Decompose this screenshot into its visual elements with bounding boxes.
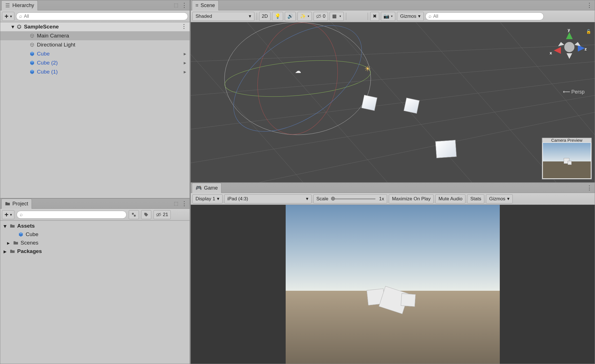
- hierarchy-item-label: Cube: [37, 51, 50, 57]
- game-tabbar: 🎮 Game ⋮: [191, 183, 595, 193]
- panel-menu-icon[interactable]: ⋮: [181, 2, 187, 9]
- audio-toggle[interactable]: 🔊: [285, 12, 296, 21]
- hierarchy-tabbar: Hierarchy ⬚ ⋮: [0, 0, 190, 10]
- aspect-label: iPad (4:3): [227, 196, 248, 202]
- lighting-toggle[interactable]: 💡: [272, 12, 283, 21]
- gameobject-icon: [30, 42, 35, 47]
- hierarchy-item-label: Main Camera: [37, 33, 69, 39]
- chevron-right-icon[interactable]: ▸: [184, 51, 186, 57]
- svg-point-24: [564, 42, 574, 52]
- scene-tab[interactable]: ⌗ Scene: [192, 0, 219, 10]
- panel-menu-icon[interactable]: ⋮: [586, 184, 592, 192]
- tools-button[interactable]: ✖: [370, 12, 379, 21]
- game-gizmos-dropdown[interactable]: Gizmos ▾: [486, 194, 513, 203]
- filter-type-button[interactable]: [129, 210, 139, 219]
- filter-icon: [131, 212, 136, 217]
- svg-point-1: [134, 215, 136, 217]
- hierarchy-tab[interactable]: Hierarchy: [1, 0, 38, 10]
- scene-search-input[interactable]: [433, 14, 541, 19]
- add-icon: +: [5, 211, 8, 219]
- game-tab[interactable]: 🎮 Game: [192, 183, 221, 193]
- shading-label: Shaded: [196, 14, 212, 19]
- chevron-right-icon[interactable]: ▸: [184, 60, 186, 66]
- scene-viewport[interactable]: ☁ ☀ y: [191, 22, 595, 182]
- scene-cube[interactable]: [361, 95, 378, 111]
- packages-folder[interactable]: ▸ Packages: [0, 247, 190, 256]
- hierarchy-item-cube-1[interactable]: Cube (1) ▸: [0, 67, 190, 76]
- stats-toggle[interactable]: Stats: [467, 194, 484, 203]
- scene-grid: [191, 22, 595, 182]
- game-viewport[interactable]: [191, 205, 595, 364]
- camera-icon: 📷: [383, 13, 389, 19]
- lock-icon[interactable]: ⬚: [174, 2, 178, 8]
- svg-marker-23: [578, 45, 585, 52]
- project-search-input[interactable]: [25, 212, 123, 217]
- dropdown-icon: ▾: [418, 13, 421, 19]
- asset-scenes-folder[interactable]: ▸ Scenes: [0, 239, 190, 247]
- hierarchy-search[interactable]: ⌕: [16, 12, 188, 20]
- hierarchy-title: Hierarchy: [12, 3, 34, 8]
- gizmos-dropdown[interactable]: Gizmos ▾: [397, 12, 424, 21]
- scene-cube[interactable]: [435, 140, 457, 158]
- game-tab-label: Game: [204, 185, 218, 191]
- search-icon: ⌕: [429, 13, 432, 19]
- svg-line-15: [191, 22, 303, 182]
- scene-tab-label: Scene: [201, 3, 215, 8]
- dropdown-icon: ▾: [391, 14, 393, 18]
- maximize-toggle[interactable]: Maximize On Play: [389, 194, 434, 203]
- visibility-button[interactable]: 21: [154, 210, 171, 219]
- add-icon: +: [5, 12, 8, 20]
- dropdown-icon: ▾: [217, 196, 219, 202]
- svg-line-10: [191, 62, 595, 96]
- mute-toggle[interactable]: Mute Audio: [435, 194, 465, 203]
- create-button[interactable]: + ▾: [2, 12, 14, 21]
- hierarchy-panel: Hierarchy ⬚ ⋮ + ▾ ⌕ ▾: [0, 0, 190, 198]
- 2d-toggle[interactable]: 2D: [259, 12, 270, 21]
- project-tab[interactable]: Project: [1, 199, 32, 209]
- scale-slider[interactable]: [332, 198, 376, 199]
- visibility-count: 21: [163, 212, 168, 217]
- svg-marker-21: [566, 32, 573, 39]
- scene-row[interactable]: ▾ SampleScene ⋮: [0, 22, 190, 31]
- hierarchy-item-main-camera[interactable]: Main Camera: [0, 31, 190, 40]
- aspect-dropdown[interactable]: iPad (4:3) ▾: [224, 194, 312, 203]
- camera-dropdown[interactable]: 📷▾: [381, 12, 395, 21]
- scene-search[interactable]: ⌕: [425, 12, 544, 20]
- display-dropdown[interactable]: Display 1 ▾: [192, 194, 223, 203]
- grid-dropdown[interactable]: ▦▾: [330, 12, 344, 21]
- divider: [257, 13, 257, 20]
- lock-icon[interactable]: ⬚: [174, 201, 178, 207]
- caret-right-icon: ▸: [4, 248, 8, 255]
- scene-cube[interactable]: [404, 98, 420, 114]
- scale-control: Scale 1x: [313, 194, 387, 203]
- dropdown-icon: ▾: [10, 14, 12, 18]
- persp-label[interactable]: ⟵Persp: [563, 89, 585, 95]
- hierarchy-item-cube[interactable]: Cube ▸: [0, 49, 190, 58]
- fx-dropdown[interactable]: ✨▾: [298, 12, 312, 21]
- dropdown-icon: ▾: [308, 14, 309, 18]
- chevron-right-icon[interactable]: ▸: [184, 69, 186, 75]
- panel-menu-icon[interactable]: ⋮: [181, 200, 187, 207]
- hierarchy-item-directional-light[interactable]: Directional Light: [0, 40, 190, 49]
- game-panel: 🎮 Game ⋮ Display 1 ▾ iPad (4:3) ▾ Scale: [190, 183, 595, 364]
- visibility-toggle[interactable]: 0: [314, 12, 328, 21]
- project-search[interactable]: ⌕: [17, 211, 126, 219]
- filter-label-button[interactable]: [141, 210, 151, 219]
- asset-label: Assets: [17, 223, 35, 229]
- caret-right-icon: ▸: [7, 240, 11, 246]
- panel-menu-icon[interactable]: ⋮: [586, 2, 592, 9]
- assets-folder[interactable]: ▾ Assets: [0, 222, 190, 230]
- camera-preview[interactable]: Camera Preview: [542, 138, 592, 179]
- project-tabbar: Project ⬚ ⋮: [0, 199, 190, 209]
- scene-menu-icon[interactable]: ⋮: [181, 23, 187, 30]
- lock-icon[interactable]: 🔓: [586, 29, 591, 34]
- hierarchy-item-label: Directional Light: [37, 42, 75, 48]
- hierarchy-search-input[interactable]: [24, 14, 185, 19]
- shading-dropdown[interactable]: Shaded ▾: [192, 12, 254, 21]
- create-button[interactable]: + ▾: [2, 210, 14, 219]
- search-icon: ⌕: [19, 13, 22, 19]
- hierarchy-toolbar: + ▾ ⌕: [0, 10, 190, 22]
- hierarchy-item-cube-2[interactable]: Cube (2) ▸: [0, 58, 190, 67]
- orientation-gizmo[interactable]: y x z 🔓: [552, 31, 586, 67]
- asset-cube-prefab[interactable]: Cube: [0, 230, 190, 239]
